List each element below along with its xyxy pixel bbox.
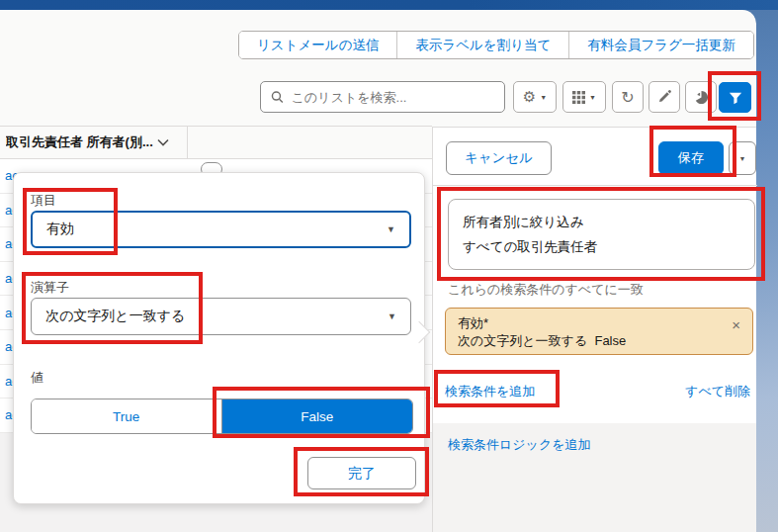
refresh-button[interactable]: ↻ [612, 81, 644, 113]
filter-edit-popover: 項目 有効 ▼ 演算子 次の文字列と一致する ▼ 値 True False 完了 [13, 172, 425, 504]
chip-condition: 次の文字列と一致する False [458, 332, 740, 350]
filter-button[interactable] [719, 82, 751, 113]
save-menu-button[interactable]: ▼ [729, 141, 756, 175]
send-list-email-button[interactable]: リストメールの送信 [239, 32, 396, 58]
table-icon [572, 91, 585, 104]
cancel-button[interactable]: キャンセル [446, 141, 552, 175]
filter-logic-section: 検索条件ロジックを追加 [433, 423, 756, 532]
operator-select-value: 次の文字列と一致する [45, 308, 185, 325]
chevron-down-icon [157, 138, 169, 146]
chevron-down-icon: ▼ [739, 155, 746, 162]
list-actions-group: リストメールの送信 表示ラベルを割り当て 有料会員フラグ一括更新 [238, 31, 754, 59]
field-label: 項目 [31, 192, 56, 210]
column-header-label: 取引先責任者 所有者(別... [6, 133, 153, 151]
refresh-icon: ↻ [621, 88, 634, 107]
filter-description-box[interactable]: 所有者別に絞り込み すべての取引先責任者 [448, 199, 755, 270]
global-header-bar [0, 0, 778, 10]
pencil-icon [657, 90, 671, 104]
edit-button[interactable] [648, 81, 680, 113]
operator-label: 演算子 [31, 279, 69, 297]
value-label: 値 [31, 369, 43, 387]
search-icon [271, 90, 284, 104]
chevron-down-icon: ▼ [589, 94, 596, 101]
settings-button[interactable]: ⚙ ▼ [513, 81, 557, 113]
list-search-box[interactable] [260, 81, 505, 113]
chevron-down-icon: ▼ [388, 311, 396, 321]
filter-panel: キャンセル 保存 ▼ 所有者別に絞り込み すべての取引先責任者 これらの検索条件… [432, 127, 756, 532]
chip-field-label: 有効* [458, 314, 740, 332]
description-line: すべての取引先責任者 [463, 234, 740, 259]
gear-icon: ⚙ [523, 88, 536, 106]
remove-all-link[interactable]: すべて削除 [685, 383, 750, 400]
column-header-owner[interactable]: 取引先責任者 所有者(別... [0, 127, 188, 158]
bulk-update-flag-button[interactable]: 有料会員フラグ一括更新 [568, 32, 752, 58]
operator-select[interactable]: 次の文字列と一致する ▼ [31, 298, 411, 335]
value-toggle-group: True False [31, 399, 413, 434]
value-false-button[interactable]: False [222, 399, 413, 433]
value-true-button[interactable]: True [32, 399, 222, 433]
save-button[interactable]: 保存 [658, 141, 724, 175]
add-filter-link[interactable]: 検索条件を追加 [445, 383, 535, 400]
field-select[interactable]: 有効 ▼ [31, 211, 411, 248]
match-all-label: これらの検索条件のすべてに一致 [448, 281, 644, 299]
search-input[interactable] [292, 90, 494, 105]
chevron-down-icon: ▼ [387, 224, 395, 234]
assign-label-button[interactable]: 表示ラベルを割り当て [396, 32, 568, 58]
chart-icon [694, 90, 709, 105]
divider [433, 185, 757, 186]
done-button[interactable]: 完了 [307, 457, 416, 489]
table-header-row: 取引先責任者 所有者(別... [0, 126, 432, 159]
charts-button[interactable] [685, 81, 717, 113]
filter-icon [729, 91, 742, 105]
field-select-value: 有効 [46, 221, 74, 238]
filter-condition-chip[interactable]: 有効* 次の文字列と一致する False × [445, 308, 753, 355]
display-as-button[interactable]: ▼ [562, 81, 606, 113]
description-line: 所有者別に絞り込み [463, 210, 740, 234]
close-icon[interactable]: × [732, 316, 740, 334]
chevron-down-icon: ▼ [540, 94, 547, 101]
add-filter-logic-link[interactable]: 検索条件ロジックを追加 [448, 436, 591, 454]
